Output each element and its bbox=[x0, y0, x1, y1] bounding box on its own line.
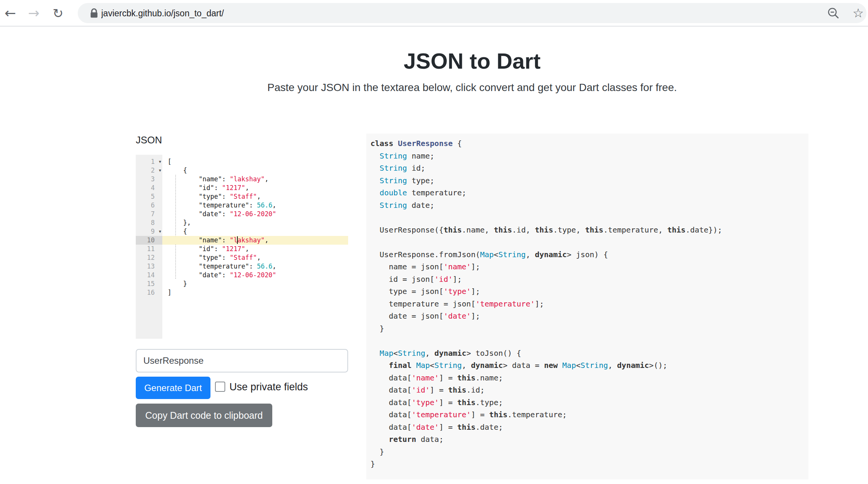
editor-line: 12 "type": "Staff", bbox=[136, 253, 348, 262]
line-number: 8 bbox=[136, 218, 162, 227]
line-number: 1▾ bbox=[136, 157, 162, 166]
reload-icon[interactable]: ↻ bbox=[49, 4, 67, 23]
zoom-out-icon[interactable] bbox=[827, 6, 840, 20]
editor-line: 15 } bbox=[136, 280, 348, 288]
line-number: 9▾ bbox=[136, 227, 162, 236]
line-number: 16 bbox=[136, 288, 162, 297]
editor-line: 9▾ { bbox=[136, 227, 348, 236]
editor-line: 1▾[ bbox=[136, 157, 348, 166]
line-number: 6 bbox=[136, 201, 162, 210]
url-field[interactable] bbox=[101, 3, 814, 23]
forward-icon[interactable]: → bbox=[24, 4, 43, 23]
private-fields-label: Use private fields bbox=[229, 381, 308, 393]
editor-line: 2▾ { bbox=[136, 166, 348, 175]
generate-dart-button[interactable]: Generate Dart bbox=[136, 377, 210, 399]
line-number: 11 bbox=[136, 245, 162, 253]
fold-arrow-icon[interactable]: ▾ bbox=[159, 157, 161, 166]
editor-line: 13 "temperature": 56.6, bbox=[136, 262, 348, 271]
editor-line: 16] bbox=[136, 288, 348, 297]
line-number: 5 bbox=[136, 192, 162, 201]
line-number: 15 bbox=[136, 280, 162, 288]
line-number: 10 bbox=[136, 236, 162, 245]
fold-arrow-icon[interactable]: ▾ bbox=[159, 166, 161, 175]
back-icon[interactable]: ← bbox=[1, 4, 20, 23]
private-fields-checkbox[interactable] bbox=[215, 382, 225, 392]
copy-dart-button[interactable]: Copy Dart code to clipboard bbox=[136, 404, 272, 427]
editor-line: 6 "temperature": 56.6, bbox=[136, 201, 348, 210]
line-number: 13 bbox=[136, 262, 162, 271]
editor-line: 8 }, bbox=[136, 218, 348, 227]
class-name-input[interactable] bbox=[136, 349, 348, 372]
line-number: 3 bbox=[136, 175, 162, 184]
dart-output-code: class UserResponse { String name; String… bbox=[366, 134, 808, 479]
editor-line: 3 "name": "lakshay", bbox=[136, 175, 348, 184]
fold-arrow-icon[interactable]: ▾ bbox=[159, 227, 161, 236]
editor-line: 11 "id": "1217", bbox=[136, 245, 348, 253]
browser-toolbar: ← → ↻ ☆ bbox=[0, 0, 868, 27]
page-title: JSON to Dart bbox=[404, 49, 541, 73]
page-subtitle: Paste your JSON in the textarea below, c… bbox=[267, 81, 677, 94]
editor-line: 10 "name": "lakshay", bbox=[136, 236, 348, 245]
json-editor-label: JSON bbox=[136, 134, 162, 146]
bookmark-star-icon[interactable]: ☆ bbox=[851, 6, 865, 20]
editor-line: 7 "date": "12-06-2020" bbox=[136, 210, 348, 218]
editor-line: 5 "type": "Staff", bbox=[136, 192, 348, 201]
lock-icon bbox=[88, 7, 100, 19]
line-number: 2▾ bbox=[136, 166, 162, 175]
json-code-editor[interactable]: 1▾[2▾ {3 "name": "lakshay",4 "id": "1217… bbox=[136, 155, 348, 339]
address-bar[interactable]: ☆ bbox=[78, 3, 866, 23]
editor-line: 14 "date": "12-06-2020" bbox=[136, 271, 348, 280]
line-number: 14 bbox=[136, 271, 162, 280]
line-number: 12 bbox=[136, 253, 162, 262]
line-number: 7 bbox=[136, 210, 162, 218]
line-number: 4 bbox=[136, 184, 162, 192]
editor-line: 4 "id": "1217", bbox=[136, 184, 348, 192]
